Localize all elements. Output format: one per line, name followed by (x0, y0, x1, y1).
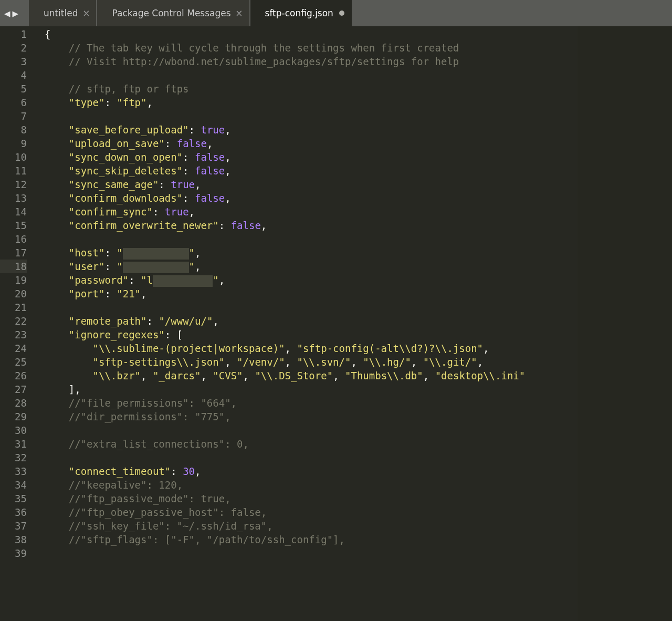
code-line[interactable]: //"sftp_flags": ["-F", "/path/to/ssh_con… (45, 533, 578, 546)
line-number: 15 (0, 219, 27, 232)
line-number: 2 (0, 41, 27, 55)
line-number: 23 (0, 328, 27, 341)
code-line[interactable]: "confirm_overwrite_newer": false, (45, 219, 578, 232)
code-line[interactable]: "sync_same_age": true, (45, 178, 578, 191)
code-line[interactable]: // The tab key will cycle through the se… (45, 41, 578, 55)
line-number: 29 (0, 410, 27, 423)
line-number: 32 (0, 451, 27, 464)
tab-bar: ◀ ▶ untitled × Package Control Messages … (0, 0, 672, 26)
code-line[interactable]: "user": "xxxxxxxxxxx", (45, 260, 578, 273)
code-line[interactable] (45, 301, 578, 314)
tab-untitled[interactable]: untitled × (29, 0, 97, 26)
code-line[interactable]: // sftp, ftp or ftps (45, 82, 578, 96)
editor: 1234567891011121314151617181920212223242… (0, 26, 672, 621)
line-number: 14 (0, 205, 27, 219)
code-line[interactable]: "sync_skip_deletes": false, (45, 164, 578, 178)
line-number: 38 (0, 533, 27, 546)
line-number: 22 (0, 314, 27, 328)
line-number: 36 (0, 505, 27, 519)
line-number: 18 (0, 260, 27, 273)
line-number: 10 (0, 150, 27, 164)
line-number: 37 (0, 519, 27, 533)
code-line[interactable]: "upload_on_save": false, (45, 137, 578, 150)
dirty-indicator-icon[interactable] (339, 11, 344, 16)
code-line[interactable]: "\\.sublime-(project|workspace)", "sftp-… (45, 341, 578, 355)
code-line[interactable]: //"ssh_key_file": "~/.ssh/id_rsa", (45, 519, 578, 533)
line-number: 11 (0, 164, 27, 178)
tab-package-control-messages[interactable]: Package Control Messages × (97, 0, 249, 26)
line-number: 12 (0, 178, 27, 191)
code-line[interactable]: "connect_timeout": 30, (45, 464, 578, 478)
line-number: 8 (0, 123, 27, 137)
line-number: 25 (0, 355, 27, 369)
code-line[interactable]: //"dir_permissions": "775", (45, 410, 578, 423)
code-line[interactable]: "password": "lxxxxxxxxxx", (45, 273, 578, 287)
code-line[interactable]: "host": "xxxxxxxxxxx", (45, 246, 578, 260)
line-number: 39 (0, 546, 27, 560)
code-line[interactable]: //"ftp_obey_passive_host": false, (45, 505, 578, 519)
line-number: 5 (0, 82, 27, 96)
code-line[interactable]: //"extra_list_connections": 0, (45, 437, 578, 451)
tab-label: sftp-config.json (265, 0, 333, 26)
line-number: 19 (0, 273, 27, 287)
code-line[interactable]: "\\.bzr", "_darcs", "CVS", "\\.DS_Store"… (45, 369, 578, 382)
code-area[interactable]: { // The tab key will cycle through the … (34, 26, 578, 621)
nav-arrows: ◀ ▶ (4, 7, 18, 19)
line-number: 21 (0, 301, 27, 314)
line-number: 17 (0, 246, 27, 260)
close-icon[interactable]: × (82, 0, 90, 26)
code-line[interactable]: "sftp-settings\\.json", "/venv/", "\\.sv… (45, 355, 578, 369)
minimap[interactable] (578, 26, 672, 621)
line-number: 34 (0, 478, 27, 492)
code-line[interactable]: //"keepalive": 120, (45, 478, 578, 492)
line-number: 4 (0, 68, 27, 82)
code-line[interactable]: //"ftp_passive_mode": true, (45, 492, 578, 505)
code-line[interactable]: "save_before_upload": true, (45, 123, 578, 137)
line-number: 7 (0, 109, 27, 123)
line-number: 1 (0, 27, 27, 41)
close-icon[interactable]: × (235, 0, 243, 26)
line-number: 26 (0, 369, 27, 382)
code-line[interactable]: { (45, 27, 578, 41)
gutter: 1234567891011121314151617181920212223242… (0, 26, 34, 621)
code-line[interactable] (45, 232, 578, 246)
line-number: 35 (0, 492, 27, 505)
code-line[interactable]: //"file_permissions": "664", (45, 396, 578, 410)
line-number: 31 (0, 437, 27, 451)
code-line[interactable]: ], (45, 382, 578, 396)
code-line[interactable]: "type": "ftp", (45, 96, 578, 109)
code-line[interactable]: // Visit http://wbond.net/sublime_packag… (45, 55, 578, 68)
line-number: 16 (0, 232, 27, 246)
line-number: 33 (0, 464, 27, 478)
code-line[interactable]: "port": "21", (45, 287, 578, 301)
line-number: 30 (0, 423, 27, 437)
line-number: 3 (0, 55, 27, 68)
nav-back-icon[interactable]: ◀ (4, 7, 10, 19)
tab-sftp-config[interactable]: sftp-config.json (250, 0, 352, 26)
code-line[interactable] (45, 109, 578, 123)
line-number: 20 (0, 287, 27, 301)
code-line[interactable]: "ignore_regexes": [ (45, 328, 578, 341)
code-line[interactable]: "confirm_sync": true, (45, 205, 578, 219)
code-line[interactable] (45, 546, 578, 560)
code-line[interactable] (45, 68, 578, 82)
tab-label: untitled (44, 0, 78, 26)
code-line[interactable]: "sync_down_on_open": false, (45, 150, 578, 164)
line-number: 28 (0, 396, 27, 410)
line-number: 13 (0, 191, 27, 205)
line-number: 9 (0, 137, 27, 150)
line-number: 24 (0, 341, 27, 355)
code-line[interactable] (45, 451, 578, 464)
code-line[interactable]: "confirm_downloads": false, (45, 191, 578, 205)
nav-forward-icon[interactable]: ▶ (12, 7, 18, 19)
code-line[interactable]: "remote_path": "/www/u/", (45, 314, 578, 328)
code-line[interactable] (45, 423, 578, 437)
tab-label: Package Control Messages (112, 0, 230, 26)
line-number: 27 (0, 382, 27, 396)
line-number: 6 (0, 96, 27, 109)
